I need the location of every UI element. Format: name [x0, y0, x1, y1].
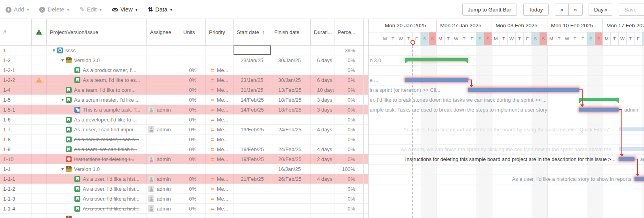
cell-assignee[interactable]: admin [147, 125, 180, 134]
cell-warning[interactable] [32, 65, 47, 75]
cell-start-date[interactable]: 14/Feb/25 [234, 105, 271, 114]
cell-units[interactable]: 0% [180, 75, 206, 85]
cell-percent[interactable] [334, 214, 363, 218]
cell-issue[interactable]: As a product owner, I'... [47, 65, 147, 75]
cell-row-number[interactable]: 1-10 [0, 154, 32, 164]
table-row-1-1-2[interactable]: 1-1-2As a user, I'd like a hist...admin0… [0, 184, 368, 194]
cell-assignee[interactable]: admin [147, 194, 180, 203]
cell-finish-date[interactable] [271, 194, 311, 203]
cell-issue[interactable]: As a user, I'd like a hist... [47, 194, 147, 203]
cell-start-date[interactable]: 23/Jan/25 [234, 55, 271, 65]
cell-duration[interactable]: 10 days [311, 85, 334, 95]
table-row-1-3[interactable]: 1-3▾Version 3.023/Jan/2530/Jan/256 days0… [0, 55, 368, 65]
cell-row-number[interactable]: 1-3 [0, 55, 32, 65]
cell-finish-date[interactable]: 26/Feb/25 [271, 174, 311, 184]
cell-row-number[interactable]: 1 [0, 45, 32, 55]
cell-warning[interactable] [32, 204, 47, 213]
cell-finish-date[interactable] [271, 184, 311, 193]
cell-units[interactable] [180, 214, 206, 218]
column-header-num[interactable]: # [0, 19, 32, 45]
cell-finish-date[interactable]: 16/Jan/25 [271, 164, 311, 174]
cell-start-date[interactable] [234, 115, 271, 124]
cell-row-number[interactable]: 1-5-1 [0, 105, 32, 114]
cell-finish-date[interactable]: 24/Feb/25 [271, 144, 311, 154]
cell-start-date[interactable] [234, 204, 271, 213]
cell-row-number[interactable]: 1-3-1 [0, 65, 32, 75]
cell-start-date[interactable]: 19/Feb/25 [234, 125, 271, 134]
column-header-assignee[interactable]: Assignee [147, 19, 180, 45]
cell-duration[interactable] [311, 45, 334, 55]
cell-issue[interactable]: ▾ssss [47, 45, 147, 55]
cell-assignee[interactable] [147, 214, 180, 218]
gantt-summary-bar[interactable] [405, 58, 468, 61]
cell-warning[interactable] [32, 214, 47, 218]
cell-duration[interactable]: 4 days [311, 125, 334, 134]
column-header-start[interactable]: Start date↑ [234, 19, 271, 45]
cell-row-number[interactable]: 1-5 [0, 95, 32, 104]
cell-priority[interactable]: Me... [206, 125, 234, 134]
cell-issue[interactable]: ▾As a scrum master, I'd like ... [47, 95, 147, 104]
cell-units[interactable]: 0% [180, 65, 206, 75]
cell-duration[interactable]: 4 days [311, 174, 334, 184]
table-row-1[interactable]: 1▾ssss39% [0, 45, 368, 55]
cell-issue[interactable]: As a user, I'd like a hist... [47, 174, 147, 184]
cell-units[interactable]: 0% [180, 174, 206, 184]
cell-assignee[interactable]: admin [147, 105, 180, 114]
gantt-task-bar[interactable] [468, 88, 579, 92]
cell-percent[interactable]: 0% [334, 55, 363, 65]
cell-finish-date[interactable] [271, 214, 311, 218]
cell-percent[interactable]: 100% [334, 164, 363, 174]
cell-row-number[interactable]: 1-3-2 [0, 75, 32, 85]
column-header-units[interactable]: Units [180, 19, 206, 45]
cell-start-date[interactable]: 23/Jan/25 [234, 75, 271, 85]
cell-percent[interactable]: 39% [334, 45, 363, 55]
cell-finish-date[interactable]: 18/Feb/25 [271, 105, 311, 114]
tree-collapse-icon[interactable]: ▾ [61, 97, 64, 102]
cell-start-date[interactable]: 19/Feb/25 [234, 144, 271, 154]
button--[interactable]: » [568, 4, 583, 16]
cell-assignee[interactable] [147, 45, 180, 55]
cell-finish-date[interactable]: 13/Feb/25 [271, 85, 311, 95]
table-row-1-1-3[interactable]: 1-1-3As a user, I'd like a hist...admin0… [0, 194, 368, 204]
cell-assignee[interactable] [147, 55, 180, 65]
cell-warning[interactable] [32, 105, 47, 114]
cell-priority[interactable]: Me... [206, 154, 234, 164]
cell-finish-date[interactable] [271, 135, 311, 144]
cell-percent[interactable]: 0% [334, 85, 363, 95]
tree-collapse-icon[interactable]: ▾ [61, 166, 64, 172]
cell-percent[interactable]: 0% [334, 135, 363, 144]
cell-finish-date[interactable]: 20/Feb/25 [271, 154, 311, 164]
gantt-task-bar[interactable] [579, 108, 619, 112]
cell-start-date[interactable]: 14/Feb/25 [234, 95, 271, 104]
cell-percent[interactable]: 0% [334, 75, 363, 85]
cell-assignee[interactable] [147, 75, 180, 85]
cell-priority[interactable] [206, 214, 234, 218]
cell-percent[interactable]: 0% [334, 105, 363, 114]
cell-duration[interactable] [311, 135, 334, 144]
cell-issue[interactable]: As a user, I'd like a hist... [47, 184, 147, 193]
cell-row-number[interactable]: 1-6 [0, 115, 32, 124]
cell-units[interactable]: 0% [180, 184, 206, 193]
cell-warning[interactable] [32, 95, 47, 104]
button-jump-to-gantt-bar[interactable]: Jump to Gantt Bar [462, 4, 517, 16]
tree-collapse-icon[interactable]: ▾ [61, 57, 64, 63]
cell-duration[interactable]: 6 days [311, 55, 334, 65]
cell-units[interactable] [180, 45, 206, 55]
cell-priority[interactable]: Me... [206, 105, 234, 114]
cell-duration[interactable]: 6 days [311, 75, 334, 85]
cell-issue[interactable]: As a team, I'd like to com... [47, 85, 147, 95]
cell-warning[interactable] [32, 55, 47, 65]
cell-duration[interactable]: 4 days [311, 144, 334, 154]
column-header-percent[interactable]: Perce... [334, 19, 363, 45]
cell-percent[interactable]: 0% [334, 154, 363, 164]
cell-percent[interactable]: 0% [334, 194, 363, 203]
cell-start-date[interactable] [234, 65, 271, 75]
cell-issue[interactable]: As a scrum master, I can s... [47, 135, 147, 144]
cell-assignee[interactable] [147, 135, 180, 144]
cell-priority[interactable]: Me... [206, 204, 234, 213]
gantt-task-bar[interactable] [635, 177, 644, 181]
column-header-duration[interactable]: Durati... [311, 19, 334, 45]
gantt-task-bar[interactable] [619, 147, 644, 151]
cell-start-date[interactable]: 21/Feb/25 [234, 174, 271, 184]
cell-units[interactable] [180, 55, 206, 65]
